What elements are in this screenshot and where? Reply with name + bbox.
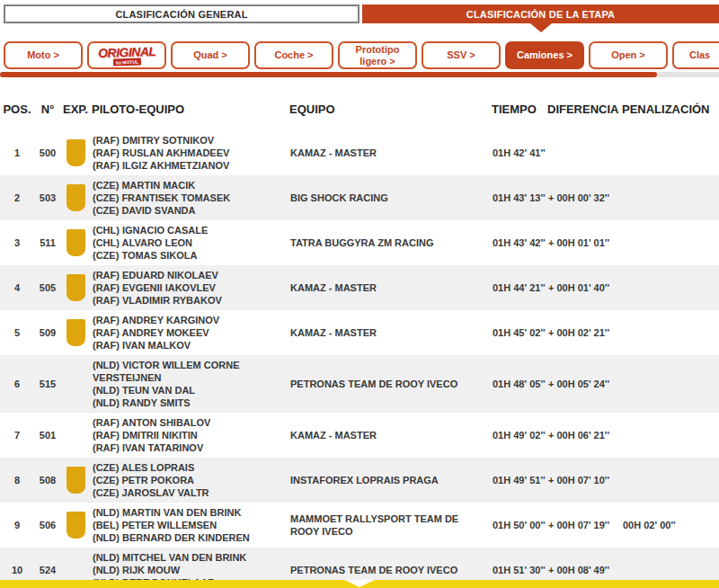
tab-clasificacion-general[interactable]: CLASIFICACIÓN GENERAL xyxy=(4,4,360,23)
crew-member: (NLD) RIJK MOUW xyxy=(93,564,285,576)
race-number-cell: 508 xyxy=(34,474,61,486)
team-cell: PETRONAS TEAM DE ROOY IVECO xyxy=(288,564,490,576)
crew-member: (RAF) ANDREY KARGINOV xyxy=(93,314,285,326)
category-scrollbar-thumb[interactable] xyxy=(0,72,657,77)
race-number-cell: 501 xyxy=(34,429,61,441)
race-number-cell: 506 xyxy=(34,519,61,531)
position-cell: 1 xyxy=(0,147,34,159)
difference-cell: + 00H 07' 19'' xyxy=(546,519,620,531)
category-clasicos-clipped[interactable]: Clas xyxy=(672,41,719,69)
category-scrollbar-track[interactable] xyxy=(0,72,719,77)
table-row: 8 508 (CZE) ALES LOPRAIS(CZE) PETR POKOR… xyxy=(0,458,719,503)
header-penalizacion: PENALIZACIÓN xyxy=(620,102,719,116)
crew-cell: (CHL) IGNACIO CASALE(CHL) ALVARO LEON(CZ… xyxy=(90,224,288,262)
crew-cell: (NLD) MARTIN VAN DEN BRINK(BEL) PETER WI… xyxy=(90,506,288,544)
time-cell: 01H 49' 51'' xyxy=(490,474,546,486)
crew-cell: (CZE) ALES LOPRAIS(CZE) PETR POKORA(CZE)… xyxy=(90,461,288,499)
crew-member: (CZE) TOMAS SIKOLA xyxy=(93,249,285,262)
crew-member: (CZE) ALES LOPRAIS xyxy=(93,461,285,474)
category-original-by-motul[interactable]: ORIGINAL by MOTUL xyxy=(87,41,166,69)
crew-cell: (RAF) EDUARD NIKOLAEV(RAF) EVGENII IAKOV… xyxy=(90,269,288,307)
category-open[interactable]: Open > xyxy=(589,41,668,69)
tab-label: CLASIFICACIÓN DE LA ETAPA xyxy=(466,9,616,20)
position-cell: 8 xyxy=(0,474,34,486)
time-cell: 01H 51' 30'' xyxy=(490,564,546,576)
bottom-accent-bar xyxy=(0,580,719,588)
crew-member: (RAF) EDUARD NIKOLAEV xyxy=(93,269,285,281)
category-prototipo-ligero[interactable]: Prototipo ligero > xyxy=(338,41,417,69)
position-cell: 10 xyxy=(0,564,34,576)
crew-member: (CHL) IGNACIO CASALE xyxy=(93,224,285,236)
category-ssv[interactable]: SSV > xyxy=(422,41,501,69)
classification-tabs: CLASIFICACIÓN GENERAL CLASIFICACIÓN DE L… xyxy=(0,0,719,31)
difference-cell: + 00H 01' 01'' xyxy=(546,236,620,249)
crew-member: (CZE) PETR POKORA xyxy=(93,474,285,486)
crew-member: (RAF) EVGENII IAKOVLEV xyxy=(93,281,285,294)
time-cell: 01H 48' 05'' xyxy=(490,378,546,390)
crew-member: (NLD) TEUN VAN DAL xyxy=(93,384,285,396)
exp-badge-icon xyxy=(67,139,85,166)
race-number-cell: 500 xyxy=(34,147,61,159)
exp-badge-icon xyxy=(67,229,85,256)
exp-badge-icon xyxy=(67,319,85,346)
crew-member: (RAF) RUSLAN AKHMADEEV xyxy=(93,147,285,159)
header-pos: POS. xyxy=(0,102,34,116)
position-cell: 4 xyxy=(0,281,34,294)
header-diferencia: DIFERENCIA xyxy=(546,102,620,116)
time-cell: 01H 49' 02'' xyxy=(490,429,546,441)
time-cell: 01H 42' 41'' xyxy=(490,147,546,159)
table-row: 7 501 (RAF) ANTON SHIBALOV(RAF) DMITRII … xyxy=(0,413,719,458)
crew-member: (RAF) ANDREY MOKEEV xyxy=(93,326,285,339)
category-camiones[interactable]: Camiones > xyxy=(505,41,584,69)
crew-member: (CZE) DAVID SVANDA xyxy=(93,204,285,217)
exp-cell xyxy=(61,422,90,449)
position-cell: 2 xyxy=(0,192,34,204)
category-coche[interactable]: Coche > xyxy=(254,41,333,69)
crew-member: (CHL) ALVARO LEON xyxy=(93,236,285,249)
exp-badge-icon xyxy=(67,274,85,301)
crew-cell: (RAF) ANDREY KARGINOV(RAF) ANDREY MOKEEV… xyxy=(90,314,288,352)
crew-member: (RAF) ANTON SHIBALOV xyxy=(93,416,285,429)
difference-cell: + 00H 07' 10'' xyxy=(546,474,620,486)
race-number-cell: 509 xyxy=(34,326,61,339)
motul-logo-tag: by MOTUL xyxy=(112,58,140,67)
table-row: 4 505 (RAF) EDUARD NIKOLAEV(RAF) EVGENII… xyxy=(0,265,719,310)
header-piloto-equipo: PILOTO-EQUIPO xyxy=(90,102,288,116)
crew-member: (RAF) VLADIMIR RYBAKOV xyxy=(93,294,285,307)
crew-cell: (RAF) ANTON SHIBALOV(RAF) DMITRII NIKITI… xyxy=(90,416,288,454)
race-number-cell: 503 xyxy=(34,192,61,204)
table-body: 1 500 (RAF) DMITRY SOTNIKOV(RAF) RUSLAN … xyxy=(0,130,719,588)
active-tab-arrow-icon xyxy=(530,23,552,32)
crew-member: (RAF) ILGIZ AKHMETZIANOV xyxy=(93,159,285,172)
classification-table: POS. N° EXP. PILOTO-EQUIPO EQUIPO TIEMPO… xyxy=(0,99,719,588)
race-number-cell: 505 xyxy=(34,281,61,294)
tab-clasificacion-de-la-etapa[interactable]: CLASIFICACIÓN DE LA ETAPA xyxy=(362,4,719,23)
crew-member: (NLD) BERNARD DER KINDEREN xyxy=(93,531,285,544)
exp-cell xyxy=(61,319,90,346)
time-cell: 01H 45' 02'' xyxy=(490,326,546,339)
category-moto[interactable]: Moto > xyxy=(4,41,83,69)
difference-cell: + 00H 00' 32'' xyxy=(546,192,620,204)
time-cell: 01H 44' 21'' xyxy=(490,281,546,294)
exp-cell xyxy=(61,274,90,301)
team-cell: KAMAZ - MASTER xyxy=(288,147,490,159)
category-quad[interactable]: Quad > xyxy=(171,41,250,69)
bottom-bar-notch-icon xyxy=(344,580,375,587)
difference-cell: + 00H 08' 49'' xyxy=(546,564,620,576)
exp-cell xyxy=(61,512,90,539)
crew-member: (BEL) PETER WILLEMSEN xyxy=(93,519,285,531)
exp-badge-icon xyxy=(67,512,85,539)
difference-cell: + 00H 02' 21'' xyxy=(546,326,620,339)
position-cell: 7 xyxy=(0,429,34,441)
team-cell: TATRA BUGGYRA ZM RACING xyxy=(288,236,490,249)
crew-member: (RAF) IVAN TATARINOV xyxy=(93,441,285,454)
position-cell: 6 xyxy=(0,378,34,390)
crew-member: (CZE) MARTIN MACIK xyxy=(93,179,285,192)
table-row: 5 509 (RAF) ANDREY KARGINOV(RAF) ANDREY … xyxy=(0,310,719,355)
team-cell: INSTAFOREX LOPRAIS PRAGA xyxy=(288,474,490,486)
exp-badge-icon xyxy=(67,184,85,211)
time-cell: 01H 50' 00'' xyxy=(490,519,546,531)
difference-cell: + 00H 06' 21'' xyxy=(546,429,620,441)
crew-member: (RAF) DMITRY SOTNIKOV xyxy=(93,134,285,147)
exp-cell xyxy=(61,370,90,397)
